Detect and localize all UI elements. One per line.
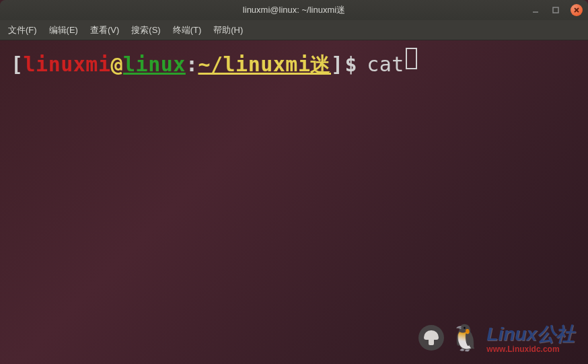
prompt-symbol: $ [345, 51, 358, 77]
prompt-close-bracket: ] [331, 51, 344, 77]
window-controls [530, 4, 583, 16]
prompt-host: linux [123, 51, 186, 77]
close-button[interactable] [571, 4, 583, 16]
menubar: 文件(F) 编辑(E) 查看(V) 搜索(S) 终端(T) 帮助(H) [0, 20, 588, 40]
prompt-at: @ [111, 51, 124, 77]
svg-rect-1 [553, 7, 558, 13]
menu-view[interactable]: 查看(V) [90, 24, 119, 36]
command-text: cat [367, 51, 404, 77]
prompt-user: linuxmi [24, 51, 111, 77]
cursor [406, 48, 417, 69]
tux-icon: 🐧 [449, 323, 481, 353]
menu-search[interactable]: 搜索(S) [131, 24, 160, 36]
prompt-path: ~/linuxmi迷 [198, 51, 331, 77]
terminal-body[interactable]: [linuxmi@linux:~/linuxmi迷]$cat [0, 40, 588, 87]
menu-help[interactable]: 帮助(H) [213, 24, 243, 36]
watermark: 🐧 Linux公社 www.Linuxidc.com [418, 322, 575, 354]
mushroom-icon [418, 325, 444, 351]
prompt-open-bracket: [ [11, 51, 24, 77]
watermark-text: Linux公社 www.Linuxidc.com [486, 322, 575, 354]
titlebar: linuxmi@linux: ~/linuxmi迷 [0, 0, 588, 20]
menu-edit[interactable]: 编辑(E) [49, 24, 78, 36]
menu-terminal[interactable]: 终端(T) [173, 24, 202, 36]
maximize-button[interactable] [550, 5, 561, 15]
minimize-button[interactable] [530, 5, 541, 15]
prompt-colon: : [186, 51, 198, 77]
watermark-main: Linux公社 [486, 322, 575, 347]
menu-file[interactable]: 文件(F) [8, 24, 37, 36]
prompt-line: [linuxmi@linux:~/linuxmi迷]$cat [11, 50, 577, 77]
window-title: linuxmi@linux: ~/linuxmi迷 [243, 4, 345, 16]
watermark-sub: www.Linuxidc.com [486, 344, 559, 354]
